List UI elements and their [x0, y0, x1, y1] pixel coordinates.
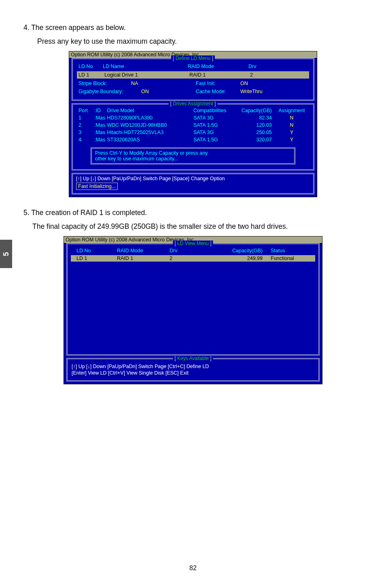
- hint-line-2: [Enter] View LD [Ctrl+V] View Single Dis…: [72, 370, 314, 376]
- drive-row: 2:MasWDC WD1200JD-98HBB0SATA 1.5G120.03N: [78, 121, 308, 129]
- keys-available-label: Keys Available: [173, 356, 213, 361]
- ld-view-frame: LD View Menu LD No RAID Mode Drv Capacit…: [66, 243, 320, 356]
- ld-headers: LD No LD Name RAID Mode Drv: [78, 62, 308, 70]
- drives-frame: Drives Assignment Port :ID Drive Model C…: [72, 103, 314, 170]
- chapter-tab: 5: [0, 240, 12, 268]
- keys-available-frame: Keys Available [↑] Up [↓] Down [PaUp/PaD…: [66, 358, 320, 381]
- drives-label: Drives Assignment: [169, 101, 218, 107]
- page-number: 82: [0, 565, 386, 572]
- define-ld-frame: Define LD Menu LD No LD Name RAID Mode D…: [72, 58, 314, 101]
- drive-row: 4:MasST3320620ASSATA 1.5G320.07Y: [78, 136, 308, 143]
- drive-headers: Port :ID Drive Model Compatibilities Cap…: [78, 107, 308, 114]
- gigabyte-row: Gigabyte Boundary: ON Cache Mode: WriteT…: [78, 87, 308, 96]
- ldview-selected-row[interactable]: LD 1 RAID 1 2 249.99 Functional: [71, 255, 315, 262]
- footer-hints: [↑] Up [↓] Down [PaUp/PaDn] Switch Page …: [76, 176, 310, 181]
- step5-line2: The final capacity of 249.99GB (250GB) i…: [23, 221, 363, 232]
- capacity-prompt: Press Ctrl-Y to Modify Array Capacity or…: [91, 147, 295, 164]
- fast-initializing: Fast Initializing...: [76, 183, 118, 190]
- drive-row: 3:MasHitachi HDT725025VLA3SATA 3G250.05Y: [78, 129, 308, 136]
- bios-footer: [↑] Up [↓] Down [PaUp/PaDn] Switch Page …: [72, 173, 314, 194]
- ldview-headers: LD No RAID Mode Drv Capacity(GB) Status: [71, 247, 315, 255]
- ld-view-label: LD View Menu: [173, 241, 213, 246]
- step4-line2: Press any key to use the maximum capacit…: [23, 36, 363, 47]
- bios-screen-ld-view: Option ROM Utility (c) 2008 Advanced Mic…: [64, 236, 322, 384]
- hint-line-1: [↑] Up [↓] Down [PaUp/PaDn] Switch Page …: [72, 363, 314, 370]
- drive-row: 1:MasHDS728090PLA380SATA 3G82.34N: [78, 114, 308, 121]
- define-ld-label: Define LD Menu: [171, 55, 215, 61]
- bios-screen-define-ld: Option ROM Utility (c) 2008 Advanced Mic…: [69, 51, 317, 197]
- stripe-row: Stripe Block: NA Fast Init: ON: [78, 79, 308, 87]
- step4-line1: 4. The screen appears as below.: [23, 22, 363, 33]
- ld-selected-row[interactable]: LD 1 Logical Drive 1 RAID 1 2: [77, 71, 309, 79]
- step5-line1: 5. The creation of RAID 1 is completed.: [23, 207, 363, 218]
